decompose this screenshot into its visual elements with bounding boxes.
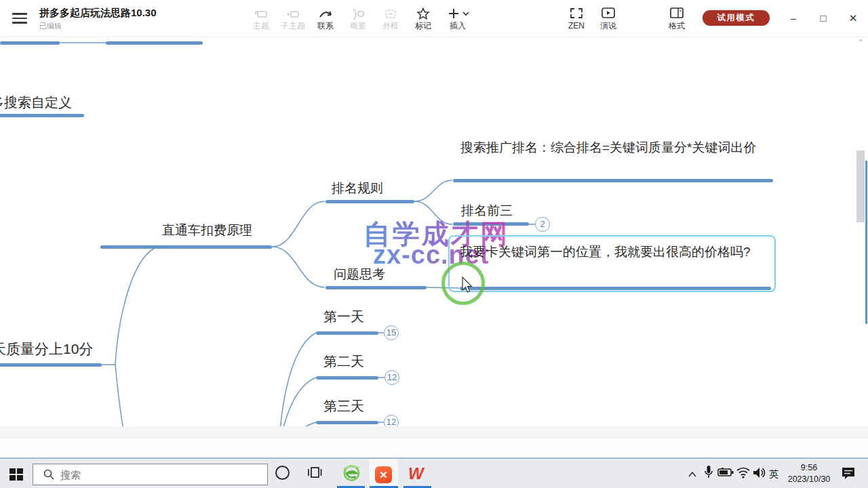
relation-button[interactable]: 联系: [310, 5, 341, 34]
clock-date: 2023/10/30: [785, 474, 833, 485]
subtopic-button[interactable]: 子主题: [277, 5, 309, 34]
search-input[interactable]: [60, 464, 250, 485]
node-day1-line: [316, 331, 378, 335]
node-search-custom-line: [0, 114, 84, 117]
collapse-badge-top-three[interactable]: 2: [535, 217, 550, 232]
horizontal-scrollbar[interactable]: ‹: [0, 426, 868, 437]
node-quality-score[interactable]: 天质量分上10分: [0, 340, 93, 359]
format-panel-icon: [661, 5, 692, 20]
vertical-scrollbar-thumb[interactable]: [856, 150, 865, 222]
xmind-icon[interactable]: ✕: [375, 466, 392, 483]
summary-icon: [342, 5, 374, 20]
collapse-badge-day2[interactable]: 12: [384, 370, 399, 385]
node-ranking-rules[interactable]: 排名规则: [332, 180, 383, 197]
edit-status: 已编辑: [39, 21, 62, 31]
trial-mode-button[interactable]: 试用模式: [703, 10, 770, 26]
present-button[interactable]: 演说: [593, 5, 624, 34]
clipped-topic-line: [106, 41, 203, 45]
node-day2-line: [316, 376, 378, 380]
play-icon: [593, 5, 624, 20]
star-icon: [408, 5, 439, 20]
maximize-button[interactable]: □: [813, 11, 833, 27]
wifi-icon[interactable]: [736, 466, 750, 481]
minimize-button[interactable]: –: [783, 11, 804, 27]
node-day3-line: [316, 421, 378, 424]
topic-icon: [245, 5, 277, 20]
node-day3[interactable]: 第三天: [323, 397, 364, 415]
internet-explorer-icon[interactable]: [342, 464, 361, 485]
node-question-thinking-line: [326, 286, 427, 289]
node-search-promo-formula[interactable]: 搜索推广排名：综合排名=关键词质量分*关键词出价: [460, 138, 774, 157]
node-day1[interactable]: 第一天: [323, 308, 364, 326]
node-day2[interactable]: 第二天: [323, 352, 364, 371]
title-bar: 拼多多起店玩法思路10.30 已编辑 主题 子主题 联系 概要 外框 标记 插: [0, 0, 868, 37]
boundary-button[interactable]: 外框: [375, 5, 406, 34]
task-view-icon[interactable]: [307, 466, 322, 482]
action-center-icon[interactable]: [841, 466, 856, 483]
node-deduction-principle-line: [100, 245, 272, 249]
document-title: 拼多多起店玩法思路10.30: [39, 7, 157, 20]
marker-button[interactable]: 标记: [408, 5, 439, 34]
speaker-icon[interactable]: [753, 467, 766, 481]
node-search-custom[interactable]: 多搜索自定义: [0, 94, 72, 112]
node-deduction-principle[interactable]: 直通车扣费原理: [162, 222, 252, 239]
node-ranking-rules-line: [326, 200, 414, 203]
plus-icon: [442, 5, 473, 20]
format-button[interactable]: 格式: [661, 5, 692, 34]
mindmap-canvas[interactable]: 多搜索自定义 直通车扣费原理 排名规则 搜索推广排名：综合排名=关键词质量分*关…: [0, 37, 868, 437]
subtopic-icon: [277, 5, 309, 20]
insert-button[interactable]: 插入: [442, 5, 473, 34]
node-quality-score-line: [0, 363, 102, 367]
clipped-edge-branch: [865, 161, 867, 324]
node-selected-question[interactable]: 我要卡关键词第一的位置，我就要出很高的价格吗?: [460, 243, 769, 262]
start-button[interactable]: [9, 468, 23, 481]
clipped-topic-line: [0, 41, 60, 45]
menu-icon[interactable]: [12, 13, 27, 24]
zen-button[interactable]: ZEN: [561, 5, 592, 34]
app-window: 拼多多起店玩法思路10.30 已编辑 主题 子主题 联系 概要 外框 标记 插: [0, 0, 868, 488]
node-search-promo-line: [453, 179, 773, 182]
taskbar-clock[interactable]: 9:56 2023/10/30: [785, 462, 833, 485]
mouse-cursor-icon: [462, 277, 474, 295]
scroll-up-arrow-icon[interactable]: ⌃: [856, 38, 865, 47]
boundary-icon: [375, 5, 406, 20]
search-icon: [43, 469, 54, 480]
topic-button[interactable]: 主题: [245, 5, 277, 34]
cortana-icon[interactable]: [275, 466, 290, 480]
battery-icon[interactable]: [717, 468, 734, 480]
taskbar-search-box[interactable]: [33, 464, 268, 485]
close-button[interactable]: ✕: [843, 11, 863, 27]
tray-expand-icon[interactable]: [688, 468, 697, 481]
windows-logo-icon: [9, 468, 16, 474]
node-selected-question-line: [460, 287, 771, 290]
summary-button[interactable]: 概要: [342, 5, 374, 34]
windows-taskbar: ✕ W 英 9:56 2023/10/30: [0, 458, 868, 488]
input-language-indicator[interactable]: 英: [769, 468, 778, 481]
collapse-badge-day1[interactable]: 15: [384, 325, 399, 340]
wps-icon[interactable]: W: [408, 464, 424, 483]
relation-icon: [310, 5, 341, 20]
clock-time: 9:56: [785, 462, 833, 474]
zen-icon: [561, 5, 592, 20]
microphone-icon[interactable]: [704, 465, 713, 483]
status-strip: [0, 437, 868, 458]
